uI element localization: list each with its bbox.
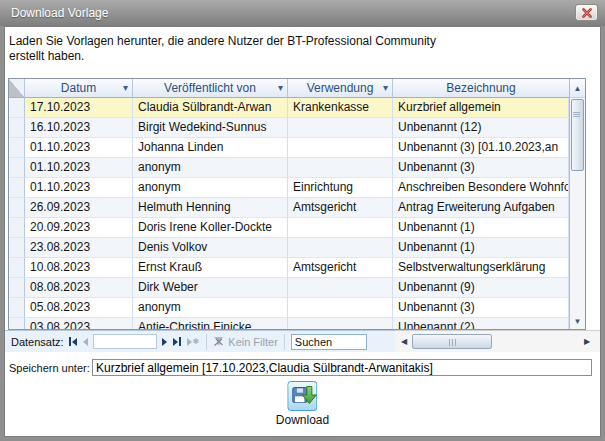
cell-verwendung[interactable] (288, 298, 393, 318)
cell-datum[interactable]: 23.08.2023 (25, 238, 133, 258)
column-header-datum[interactable]: Datum ▾ (25, 79, 133, 98)
cell-bezeichnung[interactable]: Unbenannt (12) (393, 118, 569, 138)
cell-datum[interactable]: 26.09.2023 (25, 198, 133, 218)
table-row[interactable]: 17.10.2023Claudia Sülbrandt-ArwanKranken… (9, 98, 569, 118)
cell-bezeichnung[interactable]: Unbenannt (3) (393, 298, 569, 318)
column-header-veroeffentlicht-von[interactable]: Veröffentlicht von ▾ (133, 79, 288, 98)
title-bar[interactable]: Download Vorlage (0, 0, 605, 26)
select-all-corner[interactable] (9, 79, 25, 98)
horizontal-scrollbar[interactable]: ◀ ▶ (395, 330, 600, 352)
no-filter-button[interactable]: Kein Filter (213, 336, 278, 348)
vertical-scrollbar-thumb[interactable] (571, 99, 584, 171)
cell-datum[interactable]: 20.09.2023 (25, 218, 133, 238)
table-row[interactable]: 08.08.2023Dirk WeberUnbenannt (9) (9, 278, 569, 298)
cell-verwendung[interactable] (288, 218, 393, 238)
table-row[interactable]: 05.08.2023anonymUnbenannt (3) (9, 298, 569, 318)
cell-verwendung[interactable]: Amtsgericht (288, 198, 393, 218)
cell-bezeichnung[interactable]: Unbenannt (9) (393, 278, 569, 298)
cell-von[interactable]: Claudia Sülbrandt-Arwan (133, 98, 288, 118)
row-selector[interactable] (9, 198, 25, 218)
cell-von[interactable]: anonym (133, 298, 288, 318)
scroll-down-icon[interactable]: ▼ (570, 313, 585, 329)
cell-bezeichnung[interactable]: Unbenannt (2) (393, 318, 569, 329)
cell-datum[interactable]: 01.10.2023 (25, 138, 133, 158)
scroll-up-icon[interactable]: ▲ (570, 79, 585, 98)
cell-bezeichnung[interactable]: Unbenannt (1) (393, 238, 569, 258)
cell-datum[interactable]: 05.08.2023 (25, 298, 133, 318)
column-header-bezeichnung[interactable]: Bezeichnung (393, 79, 569, 98)
cell-bezeichnung[interactable]: Unbenannt (3) [01.10.2023,an (393, 138, 569, 158)
save-as-input[interactable] (92, 359, 592, 376)
row-selector[interactable] (9, 138, 25, 158)
cell-verwendung[interactable]: Amtsgericht (288, 258, 393, 278)
cell-verwendung[interactable] (288, 278, 393, 298)
table-row[interactable]: 01.10.2023Johanna LindenUnbenannt (3) [0… (9, 138, 569, 158)
download-button[interactable]: Download (276, 381, 329, 427)
cell-von[interactable]: Ernst Krauß (133, 258, 288, 278)
table-row[interactable]: 26.09.2023Helmuth HenningAmtsgerichtAntr… (9, 198, 569, 218)
row-selector[interactable] (9, 218, 25, 238)
table-row[interactable]: 03.08.2023Antje-Christin FinickeUnbenann… (9, 318, 569, 329)
cell-von[interactable]: Doris Irene Koller-Dockte (133, 218, 288, 238)
first-record-button[interactable] (68, 337, 78, 346)
dropdown-arrow-icon[interactable]: ▾ (278, 79, 283, 97)
cell-datum[interactable]: 17.10.2023 (25, 98, 133, 118)
dropdown-arrow-icon[interactable]: ▾ (383, 79, 388, 97)
cell-von[interactable]: Birgit Wedekind-Sunnus (133, 118, 288, 138)
cell-datum[interactable]: 01.10.2023 (25, 178, 133, 198)
table-row[interactable]: 10.08.2023Ernst KraußAmtsgerichtSelbstve… (9, 258, 569, 278)
scroll-right-icon[interactable]: ▶ (580, 331, 594, 352)
table-row[interactable]: 01.10.2023anonymEinrichtungAnschreiben B… (9, 178, 569, 198)
cell-datum[interactable]: 08.08.2023 (25, 278, 133, 298)
cell-datum[interactable]: 10.08.2023 (25, 258, 133, 278)
cell-von[interactable]: Denis Volkov (133, 238, 288, 258)
cell-verwendung[interactable]: Krankenkasse (288, 98, 393, 118)
cell-von[interactable]: anonym (133, 178, 288, 198)
dropdown-arrow-icon[interactable]: ▾ (123, 79, 128, 97)
close-button[interactable] (575, 4, 598, 21)
cell-von[interactable]: anonym (133, 158, 288, 178)
cell-von[interactable]: Johanna Linden (133, 138, 288, 158)
table-row[interactable]: 01.10.2023anonymUnbenannt (3) (9, 158, 569, 178)
table-row[interactable]: 20.09.2023Doris Irene Koller-DockteUnben… (9, 218, 569, 238)
row-selector[interactable] (9, 98, 25, 118)
cell-verwendung[interactable] (288, 238, 393, 258)
table-row[interactable]: 23.08.2023Denis VolkovUnbenannt (1) (9, 238, 569, 258)
row-selector[interactable] (9, 298, 25, 318)
cell-bezeichnung[interactable]: Antrag Erweiterung Aufgaben (393, 198, 569, 218)
cell-verwendung[interactable] (288, 118, 393, 138)
new-record-button[interactable]: ✱ (186, 338, 201, 346)
cell-bezeichnung[interactable]: Kurzbrief allgemein (393, 98, 569, 118)
cell-verwendung[interactable] (288, 138, 393, 158)
column-header-verwendung[interactable]: Verwendung ▾ (288, 79, 393, 98)
cell-verwendung[interactable]: Einrichtung (288, 178, 393, 198)
cell-verwendung[interactable] (288, 318, 393, 329)
record-number-input[interactable] (93, 334, 157, 349)
cell-bezeichnung[interactable]: Unbenannt (3) (393, 158, 569, 178)
row-selector[interactable] (9, 258, 25, 278)
search-box[interactable]: Suchen (291, 334, 367, 350)
cell-bezeichnung[interactable]: Anschreiben Besondere Wohnform (393, 178, 569, 198)
cell-datum[interactable]: 01.10.2023 (25, 158, 133, 178)
table-row[interactable]: 16.10.2023Birgit Wedekind-SunnusUnbenann… (9, 118, 569, 138)
cell-von[interactable]: Dirk Weber (133, 278, 288, 298)
row-selector[interactable] (9, 238, 25, 258)
row-selector[interactable] (9, 158, 25, 178)
row-selector[interactable] (9, 178, 25, 198)
row-selector[interactable] (9, 278, 25, 298)
cell-datum[interactable]: 03.08.2023 (25, 318, 133, 329)
vertical-scrollbar[interactable]: ▲ ▼ (569, 79, 585, 329)
cell-verwendung[interactable] (288, 158, 393, 178)
last-record-button[interactable] (172, 337, 182, 346)
cell-von[interactable]: Antje-Christin Finicke (133, 318, 288, 329)
cell-datum[interactable]: 16.10.2023 (25, 118, 133, 138)
cell-bezeichnung[interactable]: Selbstverwaltungserklärung (393, 258, 569, 278)
previous-record-button[interactable] (82, 338, 89, 346)
scroll-left-icon[interactable]: ◀ (397, 331, 411, 352)
row-selector[interactable] (9, 318, 25, 329)
cell-bezeichnung[interactable]: Unbenannt (1) (393, 218, 569, 238)
row-selector[interactable] (9, 118, 25, 138)
next-record-button[interactable] (161, 338, 168, 346)
cell-von[interactable]: Helmuth Henning (133, 198, 288, 218)
horizontal-scrollbar-thumb[interactable] (412, 334, 492, 349)
